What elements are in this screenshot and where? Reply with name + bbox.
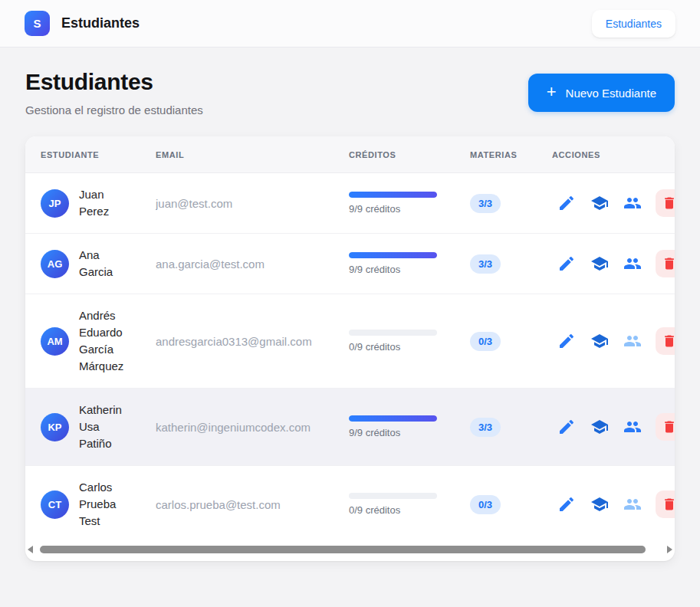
student-name: Juan Perez: [79, 186, 133, 220]
column-header: Estudiante: [41, 150, 156, 159]
subjects-button[interactable]: [590, 331, 610, 351]
page-heading-text: Estudiantes Gestiona el registro de estu…: [25, 69, 203, 116]
table-row: KP Katherin Usa Patiño katherin@ingenium…: [25, 389, 675, 466]
people-icon: [623, 194, 642, 212]
student-name: Andrés Eduardo García Márquez: [79, 307, 133, 375]
student-cell: KP Katherin Usa Patiño: [41, 402, 156, 452]
credits-progress-fill: [349, 192, 437, 198]
edit-button[interactable]: [557, 193, 577, 213]
materias-cell: 3/3: [470, 194, 552, 213]
credits-label: 9/9 créditos: [349, 264, 470, 275]
trash-icon: [662, 256, 675, 271]
actions-cell: [557, 413, 675, 441]
column-header: Materias: [470, 150, 552, 159]
students-table-card: EstudianteEmailCréditosMateriasAcciones …: [25, 136, 675, 561]
groups-button[interactable]: [623, 494, 642, 514]
graduation-cap-icon: [590, 332, 609, 350]
people-icon: [623, 418, 642, 436]
people-icon: [623, 332, 642, 350]
scroll-right-arrow-icon[interactable]: [667, 546, 672, 553]
edit-button[interactable]: [557, 417, 577, 437]
column-header: Email: [156, 150, 349, 159]
people-icon: [623, 495, 642, 513]
nav-estudiantes-button[interactable]: Estudiantes: [592, 10, 675, 38]
student-name: Carlos Prueba Test: [79, 479, 133, 530]
graduation-cap-icon: [590, 254, 609, 273]
page-subtitle: Gestiona el registro de estudiantes: [25, 103, 203, 116]
new-student-button[interactable]: + Nuevo Estudiante: [528, 74, 675, 112]
materias-badge: 3/3: [470, 194, 501, 213]
groups-button[interactable]: [623, 254, 642, 274]
student-email: carlos.prueba@test.com: [156, 498, 349, 511]
column-header: Créditos: [349, 150, 470, 159]
subjects-button[interactable]: [590, 193, 610, 213]
avatar: AM: [41, 327, 69, 356]
credits-label: 0/9 créditos: [349, 504, 470, 516]
student-email: juan@test.com: [156, 197, 349, 210]
delete-button[interactable]: [656, 491, 675, 518]
credits-label: 9/9 créditos: [349, 427, 470, 438]
delete-button[interactable]: [656, 250, 675, 277]
trash-icon: [662, 195, 675, 211]
new-student-button-label: Nuevo Estudiante: [566, 87, 656, 100]
actions-cell: [557, 250, 675, 277]
student-cell: AG Ana Garcia: [41, 247, 156, 281]
graduation-cap-icon: [590, 495, 609, 513]
credits-cell: 9/9 créditos: [349, 192, 470, 215]
app-logo: S: [25, 11, 50, 36]
table-row: JP Juan Perez juan@test.com 9/9 créditos…: [25, 173, 675, 234]
avatar: CT: [41, 491, 69, 519]
page-heading: Estudiantes Gestiona el registro de estu…: [0, 48, 700, 116]
subjects-button[interactable]: [590, 494, 610, 514]
materias-badge: 0/3: [470, 495, 501, 514]
delete-button[interactable]: [656, 327, 675, 355]
credits-progress-fill: [349, 415, 437, 422]
credits-cell: 0/9 créditos: [349, 330, 470, 353]
delete-button[interactable]: [656, 413, 675, 441]
credits-cell: 9/9 créditos: [349, 252, 470, 275]
table-row: AG Ana Garcia ana.garcia@test.com 9/9 cr…: [25, 234, 675, 294]
credits-progress-bar: [349, 415, 437, 422]
avatar: AG: [41, 250, 69, 278]
table-row: AM Andrés Eduardo García Márquez andresg…: [25, 294, 675, 389]
scrollbar-thumb[interactable]: [40, 546, 646, 553]
credits-progress-bar: [349, 192, 437, 198]
student-email: andresgarcia0313@gmail.com: [156, 335, 349, 348]
credits-cell: 0/9 créditos: [349, 493, 470, 516]
materias-badge: 3/3: [470, 418, 501, 437]
trash-icon: [662, 333, 675, 349]
materias-cell: 0/3: [470, 495, 552, 514]
horizontal-scrollbar[interactable]: [25, 543, 675, 561]
trash-icon: [662, 419, 675, 435]
pencil-icon: [557, 254, 576, 273]
actions-cell: [557, 189, 675, 217]
groups-button[interactable]: [623, 417, 642, 437]
groups-button[interactable]: [623, 193, 642, 213]
delete-button[interactable]: [656, 189, 675, 217]
top-bar: S Estudiantes Estudiantes: [0, 0, 700, 48]
edit-button[interactable]: [557, 494, 577, 514]
trash-icon: [662, 497, 675, 512]
edit-button[interactable]: [557, 254, 577, 274]
avatar: KP: [41, 413, 69, 441]
scroll-left-arrow-icon[interactable]: [28, 546, 33, 553]
student-name: Ana Garcia: [79, 247, 133, 281]
pencil-icon: [557, 332, 576, 350]
graduation-cap-icon: [590, 194, 609, 212]
table-body: JP Juan Perez juan@test.com 9/9 créditos…: [25, 173, 675, 543]
subjects-button[interactable]: [590, 417, 610, 437]
credits-label: 9/9 créditos: [349, 203, 470, 215]
materias-cell: 0/3: [470, 332, 552, 351]
edit-button[interactable]: [557, 331, 577, 351]
materias-cell: 3/3: [470, 254, 552, 274]
pencil-icon: [557, 418, 576, 436]
people-icon: [623, 254, 642, 273]
groups-button[interactable]: [623, 331, 642, 351]
subjects-button[interactable]: [590, 254, 610, 274]
app-title: Estudiantes: [61, 15, 140, 31]
scrollbar-track[interactable]: [35, 544, 665, 555]
credits-label: 0/9 créditos: [349, 341, 470, 353]
materias-cell: 3/3: [470, 418, 552, 437]
credits-progress-fill: [349, 252, 437, 258]
student-name: Katherin Usa Patiño: [79, 402, 133, 452]
